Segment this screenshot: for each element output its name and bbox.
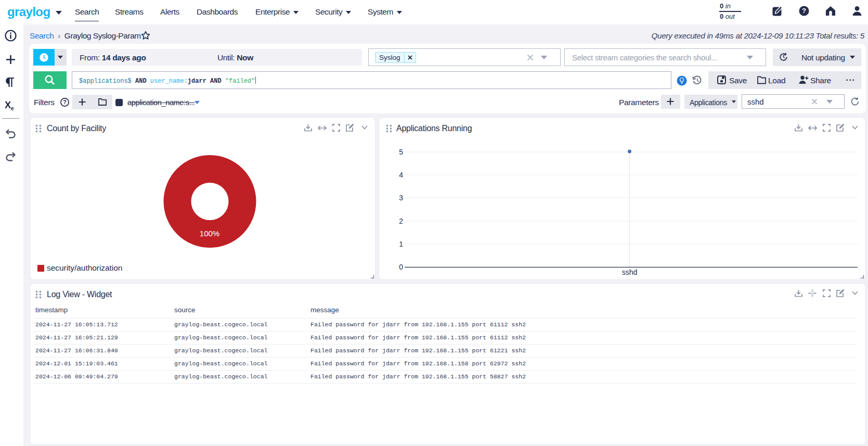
svg-text:100%: 100% — [200, 229, 219, 238]
svg-text:2: 2 — [399, 217, 403, 225]
svg-text:?: ? — [802, 7, 806, 15]
svg-text:5: 5 — [399, 148, 403, 156]
svg-text:4: 4 — [399, 171, 403, 179]
svg-text:?: ? — [63, 99, 66, 105]
svg-text:1: 1 — [399, 240, 403, 248]
svg-text:sshd: sshd — [622, 268, 638, 276]
svg-text:0: 0 — [399, 263, 403, 271]
svg-text:3: 3 — [399, 194, 403, 202]
